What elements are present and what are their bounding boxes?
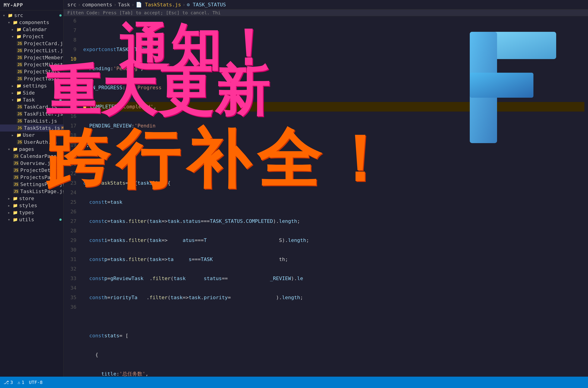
code-line-18: const p = tasks.filter(task => ta s === … (83, 255, 584, 264)
sidebar-item-label: types (19, 210, 34, 215)
js-file-icon: JS (13, 175, 19, 180)
sidebar-item-label: styles (19, 203, 37, 208)
sidebar-item-label: TaskStats.js (24, 125, 60, 131)
sidebar-item-projectstats[interactable]: JS ProjectStats.js (0, 68, 63, 75)
bc-sep: › (113, 2, 116, 7)
dot-badge (59, 218, 62, 221)
sidebar-header: MY-APP (0, 0, 63, 10)
sidebar-item-projectlist[interactable]: JS ProjectList.js (0, 47, 63, 54)
sidebar-item-projectdetailpage[interactable]: JS ProjectDetailPage.js (0, 167, 63, 174)
encoding-label: UTF-8 (29, 380, 43, 385)
code-line-6 (83, 26, 584, 35)
js-file-icon: JS (13, 182, 19, 187)
chevron-icon: ▸ (11, 83, 15, 88)
sidebar-item-store[interactable]: ▸ 📁 store (0, 195, 63, 202)
sidebar-item-calendarpage[interactable]: JS CalendarPage.js (0, 153, 63, 160)
sidebar-item-label: ProjectCard.js (24, 41, 63, 46)
js-file-icon: JS (13, 154, 19, 159)
code-content[interactable]: export const TASK_STATUS = { Pending: 'P… (80, 16, 588, 388)
sidebar-item-components[interactable]: ▾ 📁 components (0, 19, 63, 26)
sidebar-item-label: settings (23, 83, 47, 89)
sidebar-item-overview[interactable]: JS Overview.js (0, 160, 63, 167)
folder-icon: 📁 (13, 147, 18, 151)
sidebar-item-label: components (19, 20, 49, 25)
sidebar-item-projectmilestones[interactable]: JS ProjectMilestones.js (0, 61, 63, 68)
sidebar-item-label: TaskList.js (24, 118, 57, 124)
sidebar-item-label: Project (23, 34, 44, 39)
code-line-9: IN_PROGRESS: 'In Progress (83, 83, 584, 93)
sidebar-item-label: SettingsPage.js (20, 182, 63, 187)
bc-sep: › (78, 2, 81, 7)
sidebar-item-label: TaskListPage.js (20, 189, 63, 194)
breadcrumb-symbol: ⊙ TASK_STATUS (187, 2, 226, 7)
sidebar-item-task[interactable]: ▾ 📁 Task (0, 96, 63, 103)
bc-sep: › (132, 2, 134, 7)
sidebar-item-calendar[interactable]: ▸ 📁 Calendar (0, 26, 63, 33)
sidebar-item-projectcard[interactable]: JS ProjectCard.js (0, 40, 63, 47)
breadcrumb-file: 📄 TaskStats.js (136, 2, 181, 7)
file-tree: ▾ 📁 src ▾ 📁 components ▸ 📁 Calendar (0, 10, 63, 378)
sidebar-item-settingspage[interactable]: JS SettingsPage.js (0, 181, 63, 188)
sidebar-item-project[interactable]: ▾ 📁 Project (0, 33, 63, 40)
code-line-16: const c = tasks.filter(task => task.stat… (83, 217, 584, 226)
sidebar: MY-APP ▾ 📁 src ▾ 📁 components ▸ 📁 (0, 0, 64, 388)
sidebar-item-taskstats[interactable]: JS TaskStats.js M (0, 124, 63, 132)
sidebar-item-tasklistpage[interactable]: JS TaskListPage.js (0, 188, 63, 195)
sidebar-item-label: UserAuth.js (24, 139, 57, 145)
sidebar-item-styles[interactable]: ▸ 📁 styles (0, 202, 63, 209)
chevron-icon: ▸ (11, 27, 15, 32)
sidebar-item-settings[interactable]: ▸ 📁 settings (0, 82, 63, 89)
code-line-7: export const TASK_STATUS = { (83, 45, 584, 54)
chevron-icon: ▸ (11, 133, 15, 137)
js-file-icon: JS (13, 161, 19, 166)
code-line-21 (83, 312, 584, 321)
folder-icon: 📁 (13, 210, 18, 215)
main-area: src › components › Task › 📄 TaskStats.js… (64, 0, 588, 388)
sidebar-item-label: Side (23, 90, 35, 96)
sidebar-item-pages[interactable]: ▾ 📁 pages (0, 146, 63, 153)
sidebar-item-label: Overview.js (20, 160, 53, 166)
status-error-count: 1 (22, 380, 24, 385)
status-errors[interactable]: ⚠ 1 (18, 380, 24, 385)
sidebar-item-projectspage[interactable]: JS ProjectsPage.js (0, 174, 63, 181)
ai-suggestion-bar: Fitten Code: Press [Tab] to accept; [Esc… (64, 10, 588, 16)
js-file-icon: JS (17, 140, 23, 145)
js-file-icon: JS (17, 69, 23, 74)
editor-container: MY-APP ▾ 📁 src ▾ 📁 components ▸ 📁 (0, 0, 588, 388)
sidebar-item-taskcard[interactable]: JS TaskCard.js (0, 103, 63, 110)
status-encoding[interactable]: UTF-8 (29, 380, 43, 385)
sidebar-item-label: pages (19, 146, 34, 152)
sidebar-item-label: Calendar (23, 26, 47, 32)
code-line-11: PENDING_REVIEW: 'Pendin (83, 121, 584, 131)
code-line-17: const i = tasks.filter(task => atus === … (83, 236, 584, 245)
error-icon: ⚠ (18, 380, 20, 385)
breadcrumb-components: components (82, 2, 112, 7)
code-editor[interactable]: 6 7 8 9 10 11 12 13 14 15 16 17 18 19 20… (64, 16, 588, 388)
sidebar-item-tasklist[interactable]: JS TaskList.js (0, 118, 63, 124)
sidebar-item-label: ProjectTasks.js (24, 76, 63, 82)
folder-icon: 📁 (13, 20, 18, 25)
sidebar-item-projecttasks[interactable]: JS ProjectTasks.js (0, 75, 63, 82)
sidebar-item-projectmembers[interactable]: JS ProjectMembers.js (0, 54, 63, 61)
sidebar-item-side[interactable]: ▸ 📁 Side (0, 89, 63, 96)
chevron-icon: ▾ (3, 13, 6, 18)
folder-icon: 📁 (16, 133, 21, 137)
js-file-icon: JS (13, 189, 19, 194)
folder-icon: 📁 (8, 13, 13, 18)
breadcrumb-src: src (67, 2, 76, 7)
chevron-icon: ▸ (11, 90, 15, 95)
sidebar-item-label: CalendarPage.js (20, 153, 63, 159)
status-branch[interactable]: ⎇ 3 (4, 380, 13, 385)
sidebar-item-src[interactable]: ▾ 📁 src (0, 12, 63, 19)
sidebar-item-userauth[interactable]: JS UserAuth.js (0, 139, 63, 146)
folder-icon: 📁 (13, 196, 18, 201)
sidebar-item-utils[interactable]: ▾ 📁 utils (0, 216, 63, 223)
breadcrumb: src › components › Task › 📄 TaskStats.js… (64, 0, 588, 10)
sidebar-item-label: ProjectMembers.js (24, 55, 63, 60)
js-file-icon: JS (17, 112, 23, 116)
sidebar-item-user[interactable]: ▸ 📁 User (0, 132, 63, 139)
sidebar-item-label: src (14, 12, 23, 18)
sidebar-item-label: ProjectList.js (24, 48, 63, 53)
sidebar-item-taskfilter[interactable]: JS TaskFilter.js (0, 110, 63, 118)
sidebar-item-types[interactable]: ▸ 📁 types (0, 209, 63, 216)
